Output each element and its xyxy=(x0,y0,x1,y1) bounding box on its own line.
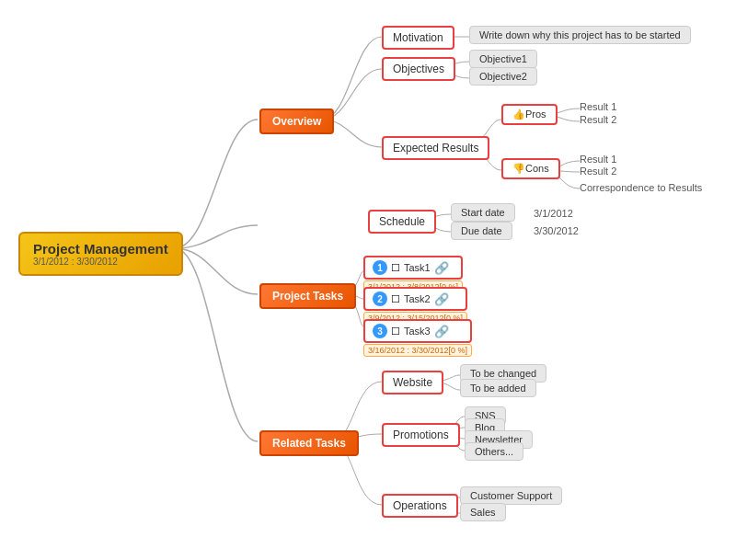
task2-icon: 🔗 xyxy=(434,292,449,306)
due-date-label: Due date xyxy=(451,222,512,240)
promotions-item4: Others... xyxy=(465,442,523,461)
root-subtitle: 3/1/2012 : 3/30/2012 xyxy=(33,257,168,267)
expected-results-node[interactable]: Expected Results xyxy=(382,136,489,160)
pros-result2: Result 2 xyxy=(580,112,616,127)
objective2: Objective2 xyxy=(469,67,537,86)
start-date-label: Start date xyxy=(451,203,515,222)
motivation-text: Write down why this project has to be st… xyxy=(469,26,691,44)
operations-item2: Sales xyxy=(460,503,506,521)
website-item2: To be added xyxy=(460,379,536,397)
task2-box[interactable]: 2 ☐ Task2 🔗 xyxy=(363,287,467,311)
task3-name: Task3 xyxy=(404,326,431,337)
objective1: Objective1 xyxy=(469,50,537,68)
website-node[interactable]: Website xyxy=(382,371,443,394)
root-title: Project Management xyxy=(33,241,168,257)
project-tasks-node[interactable]: Project Tasks xyxy=(259,283,356,309)
task3-icon: 🔗 xyxy=(434,325,449,338)
schedule-node[interactable]: Schedule xyxy=(368,210,436,234)
promotions-node[interactable]: Promotions xyxy=(382,423,460,447)
cons-result2: Result 2 xyxy=(580,164,616,178)
task3-num: 3 xyxy=(373,324,387,338)
objectives-node[interactable]: Objectives xyxy=(382,57,455,81)
due-date-value: 3/30/2012 xyxy=(534,223,579,238)
operations-node[interactable]: Operations xyxy=(382,494,458,518)
correspondence-text: Correspondence to Results xyxy=(580,180,702,195)
task1-name: Task1 xyxy=(404,262,431,273)
task2-num: 2 xyxy=(373,291,387,306)
task1-num: 1 xyxy=(373,260,387,275)
pros-node[interactable]: 👍Pros xyxy=(501,104,558,125)
start-date-value: 3/1/2012 xyxy=(534,206,573,221)
root-node: Project Management 3/1/2012 : 3/30/2012 xyxy=(18,232,183,276)
task2-name: Task2 xyxy=(404,293,431,304)
task3-box[interactable]: 3 ☐ Task3 🔗 xyxy=(363,319,472,343)
task1-box[interactable]: 1 ☐ Task1 🔗 xyxy=(363,256,463,280)
cons-node[interactable]: 👎Cons xyxy=(501,158,560,179)
operations-item1: Customer Support xyxy=(460,486,562,505)
task1-icon: 🔗 xyxy=(434,261,449,275)
related-tasks-node[interactable]: Related Tasks xyxy=(259,430,359,456)
task3-date: 3/16/2012 : 3/30/2012[0 %] xyxy=(363,344,472,357)
task3-container: 3 ☐ Task3 🔗 3/16/2012 : 3/30/2012[0 %] xyxy=(363,319,472,357)
overview-node[interactable]: Overview xyxy=(259,109,334,134)
motivation-node[interactable]: Motivation xyxy=(382,26,454,50)
